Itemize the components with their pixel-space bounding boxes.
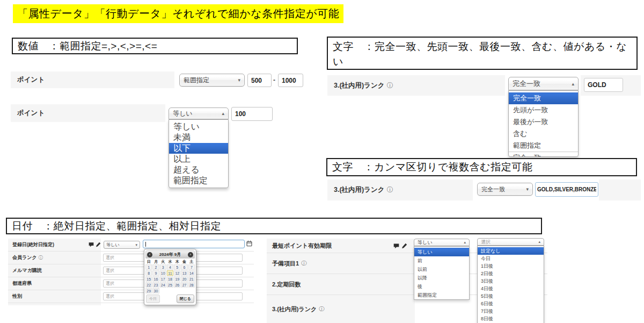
calendar-day-today[interactable]: 11 bbox=[167, 270, 173, 276]
calendar-day[interactable]: 15 bbox=[145, 276, 152, 282]
dropdown-option[interactable]: 超える bbox=[169, 164, 228, 175]
dropdown-placeholder: 選択 bbox=[481, 239, 491, 246]
calendar-day[interactable]: 7 bbox=[188, 264, 195, 270]
calendar-day[interactable]: 24 bbox=[160, 282, 166, 288]
calendar-day[interactable]: 18 bbox=[167, 276, 173, 282]
comment-icon[interactable] bbox=[393, 243, 399, 249]
dropdown-option-selected[interactable]: 完全一致 bbox=[509, 92, 578, 104]
calendar-day[interactable]: 26 bbox=[174, 282, 180, 288]
chevron-down-icon: ▾ bbox=[135, 243, 137, 247]
field-label-cell: 3.(社内用)ランク ⓘ bbox=[267, 295, 415, 323]
dropdown-option[interactable]: 等しい bbox=[169, 121, 228, 132]
field-label: 登録日(絶対日指定) bbox=[12, 241, 54, 248]
field-label: 2.定期回数 bbox=[272, 281, 301, 289]
prev-month-button[interactable]: ‹ bbox=[147, 252, 152, 257]
calendar-day[interactable]: 22 bbox=[145, 282, 152, 288]
dropdown-option-selected[interactable]: 設定なし bbox=[478, 247, 544, 255]
calendar-day[interactable]: 1 bbox=[145, 264, 152, 270]
calendar-day[interactable]: 30 bbox=[152, 288, 159, 293]
dropdown-option[interactable]: 今日 bbox=[478, 255, 544, 262]
date-operator-dropdown[interactable]: 等しい ▾ bbox=[104, 241, 140, 249]
field-label-cell: 予備項目1 ⓘ bbox=[267, 253, 415, 274]
match-dropdown-rank[interactable]: 完全一致 ▴ bbox=[508, 77, 579, 90]
calendar-day[interactable]: 14 bbox=[188, 270, 195, 276]
field-label: 予備項目1 bbox=[272, 260, 299, 268]
edit-pencil-icon[interactable] bbox=[401, 243, 407, 249]
datepicker-popup: ‹ 2024年 9月 › 日 月 火 水 木 金 土 1 2 3 4 5 6 7… bbox=[144, 249, 196, 305]
dropdown-option[interactable]: 範囲指定 bbox=[169, 175, 228, 186]
calendar-day[interactable]: 21 bbox=[188, 276, 195, 282]
range-from-input[interactable] bbox=[247, 74, 272, 87]
dropdown-option[interactable]: 範囲指定 bbox=[509, 140, 578, 152]
calendar-day[interactable]: 12 bbox=[174, 270, 180, 276]
dropdown-option-selected[interactable]: 以下 bbox=[169, 143, 228, 154]
form-row-prefecture: 都道府県 bbox=[8, 277, 254, 290]
dropdown-option[interactable]: 4日後 bbox=[478, 285, 544, 292]
info-icon: ⓘ bbox=[301, 260, 306, 267]
edit-pencil-icon[interactable] bbox=[96, 242, 101, 247]
calendar-week: 8 9 10 11 12 13 14 bbox=[145, 270, 195, 276]
calendar-day[interactable]: 3 bbox=[160, 264, 166, 270]
rank-multi-value-input[interactable] bbox=[535, 182, 598, 197]
calendar-day[interactable]: 4 bbox=[167, 264, 173, 270]
relative-day-dropdown[interactable]: 選択 ▴ bbox=[477, 238, 544, 246]
comment-icon[interactable] bbox=[89, 242, 94, 247]
form-row-mailmag: メルマガ購読 bbox=[8, 264, 254, 277]
dropdown-option[interactable]: 最後が一致 bbox=[509, 116, 578, 128]
dropdown-option[interactable]: 後 bbox=[414, 282, 469, 291]
relative-operator-dropdown[interactable]: 等しい ▴ bbox=[414, 239, 470, 246]
calendar-day[interactable]: 2 bbox=[152, 264, 159, 270]
next-month-button[interactable]: › bbox=[188, 252, 193, 257]
close-button[interactable]: 閉じる bbox=[177, 295, 194, 303]
calendar-day[interactable]: 10 bbox=[160, 270, 166, 276]
calendar-icon[interactable] bbox=[246, 240, 252, 247]
dropdown-option[interactable]: 7日後 bbox=[478, 307, 544, 315]
calendar-day bbox=[188, 288, 195, 293]
field-label: 会員ランク bbox=[12, 254, 37, 261]
dropdown-option[interactable]: 5日後 bbox=[478, 292, 544, 300]
dropdown-option[interactable]: 以降 bbox=[414, 274, 469, 282]
dropdown-option[interactable]: 6日後 bbox=[478, 300, 544, 307]
dropdown-option[interactable]: 含む bbox=[509, 128, 578, 140]
dropdown-option[interactable]: 範囲指定 bbox=[414, 291, 469, 299]
calendar-day[interactable]: 17 bbox=[160, 276, 166, 282]
today-button[interactable]: 今日 bbox=[146, 295, 160, 303]
calendar-day[interactable]: 6 bbox=[181, 264, 187, 270]
calendar-day bbox=[167, 288, 173, 293]
dropdown-option[interactable]: 2日後 bbox=[478, 270, 544, 277]
dropdown-option[interactable]: 3日後 bbox=[478, 277, 544, 285]
dropdown-option[interactable]: 先頭が一致 bbox=[509, 104, 578, 116]
field-label: 3.(社内用)ランク bbox=[272, 305, 317, 313]
calendar-day[interactable]: 13 bbox=[181, 270, 187, 276]
calendar-day[interactable]: 5 bbox=[174, 264, 180, 270]
dropdown-option[interactable]: 以前 bbox=[414, 265, 469, 274]
dropdown-option[interactable]: 1日後 bbox=[478, 262, 544, 270]
dropdown-option[interactable]: 以上 bbox=[169, 154, 228, 164]
calendar-day[interactable]: 16 bbox=[152, 276, 159, 282]
dropdown-option[interactable]: 完全一致 bbox=[509, 152, 578, 157]
calendar-day[interactable]: 25 bbox=[167, 282, 173, 288]
calendar-day[interactable]: 20 bbox=[181, 276, 187, 282]
calendar-day[interactable]: 8 bbox=[145, 270, 152, 276]
dropdown-option[interactable]: 未満 bbox=[169, 132, 228, 143]
equal-value-input[interactable] bbox=[231, 107, 273, 121]
calendar-day[interactable]: 9 bbox=[152, 270, 159, 276]
range-to-input[interactable] bbox=[278, 74, 303, 87]
datepicker-header: ‹ 2024年 9月 › bbox=[145, 250, 195, 259]
operator-dropdown-point-range[interactable]: 範囲指定 ▾ bbox=[179, 74, 245, 87]
date-input[interactable] bbox=[143, 240, 245, 248]
calendar-day[interactable]: 23 bbox=[152, 282, 159, 288]
calendar-day[interactable]: 29 bbox=[145, 288, 152, 293]
operator-dropdown-point-equal[interactable]: 等しい ▴ bbox=[169, 107, 229, 119]
calendar-day[interactable]: 28 bbox=[188, 282, 195, 288]
calendar-day[interactable]: 19 bbox=[174, 276, 180, 282]
calendar-day[interactable]: 27 bbox=[181, 282, 187, 288]
match-dropdown-rank-comma[interactable]: 完全一致 ▾ bbox=[477, 183, 533, 196]
dropdown-option-selected[interactable]: 等しい bbox=[414, 248, 469, 256]
calendar-week: 29 30 bbox=[145, 288, 195, 293]
field-label: 性別 bbox=[12, 293, 22, 300]
heading-text-comma: 文字 ：カンマ区切りで複数含む指定可能 bbox=[326, 158, 637, 176]
rank-value-input[interactable] bbox=[584, 78, 623, 92]
dropdown-option[interactable]: 8日後 bbox=[478, 315, 544, 322]
dropdown-option[interactable]: 前 bbox=[414, 256, 469, 265]
